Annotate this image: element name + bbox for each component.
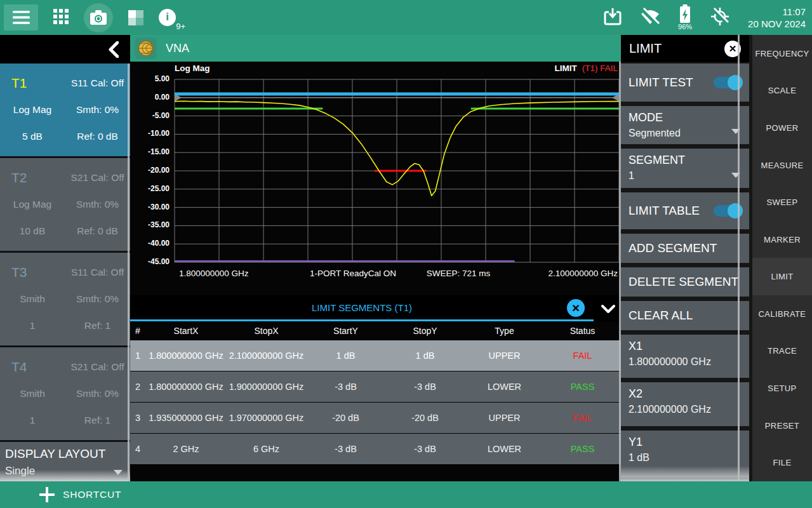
menu-item-file[interactable]: FILE: [752, 444, 812, 481]
vna-window: VNA Log Mag LIMIT(T1) FAIL 5.000.00-5.00…: [130, 35, 621, 481]
cell-stopx: 2.100000000 GHz: [227, 351, 306, 361]
x2-field[interactable]: X2 2.100000000 GHz: [621, 382, 749, 426]
windows-icon[interactable]: [128, 10, 143, 25]
measurement-plot[interactable]: [130, 77, 621, 266]
y1-label: Y1: [629, 431, 742, 449]
apps-grid-icon[interactable]: [53, 9, 69, 27]
menu-item-frequency[interactable]: FREQUENCY: [752, 35, 812, 72]
column-header-stopy: StopY: [385, 326, 465, 336]
menu-item-setup[interactable]: SETUP: [752, 370, 812, 407]
clock: 11:07 20 NOV 2024: [748, 6, 806, 30]
column-header-type: Type: [465, 326, 544, 336]
display-layout-card[interactable]: DISPLAY LAYOUT Single: [0, 442, 130, 481]
clear-all-button[interactable]: CLEAR ALL: [621, 301, 749, 330]
menu-item-scale[interactable]: SCALE: [752, 72, 812, 110]
close-table-icon[interactable]: ✕: [567, 299, 585, 317]
menu-item-power[interactable]: POWER: [752, 109, 812, 147]
trace-scale: 5 dB: [0, 131, 65, 142]
table-row[interactable]: 31.935000000 GHz1.970000000 GHz-20 dB-20…: [130, 403, 621, 433]
trace-card-T2[interactable]: T2S21 Cal: OffLog MagSmth: 0%10 dBRef: 0…: [0, 158, 130, 251]
status-bar: i 9+: [0, 0, 812, 35]
table-row[interactable]: 11.800000000 GHz2.100000000 GHz1 dB1 dBU…: [130, 340, 621, 371]
trace-param: S21 Cal: Off: [65, 172, 130, 184]
column-header-starty: StartY: [306, 326, 385, 336]
trace-card-T4[interactable]: T4S21 Cal: OffSmithSmth: 0%1Ref: 1: [0, 347, 130, 440]
smith-chart-icon: [135, 37, 157, 59]
mode-select[interactable]: MODE Segmented: [621, 106, 749, 144]
table-row[interactable]: 42 GHz6 GHz-3 dB-3 dBLOWERPASS: [130, 434, 621, 464]
limit-test-card[interactable]: LIMIT TEST: [621, 64, 749, 102]
cell-startx: 1.800000000 GHz: [145, 351, 227, 361]
menu-item-sweep[interactable]: SWEEP: [752, 184, 812, 221]
y-tick-label: -20.00: [130, 166, 170, 175]
segment-select[interactable]: SEGMENT 1: [621, 149, 749, 188]
menu-item-trace[interactable]: TRACE: [752, 333, 812, 370]
plus-icon: [39, 487, 55, 502]
trace-ref: Ref: 1: [65, 415, 130, 426]
cell-stopy: -20 dB: [385, 413, 465, 423]
start-frequency: 1.800000000 GHz: [179, 269, 249, 278]
y1-value: 1 dB: [629, 452, 742, 464]
collapse-table-button[interactable]: [599, 302, 618, 316]
x1-value: 1.800000000 GHz: [629, 356, 742, 368]
wifi-off-icon[interactable]: [640, 8, 660, 28]
trace-scale: 1: [0, 415, 65, 426]
menu-item-preset[interactable]: PRESET: [752, 407, 812, 444]
menu-item-limit[interactable]: LIMIT: [752, 258, 812, 295]
panel-scrollbar[interactable]: [738, 35, 740, 481]
menu-item-calibrate[interactable]: CALIBRATE: [752, 295, 812, 333]
info-icon[interactable]: i 9+: [159, 9, 176, 27]
chart-footer: 1.800000000 GHz 1-PORT ReadyCal ON SWEEP…: [130, 269, 621, 283]
vna-title-bar: VNA: [130, 35, 621, 62]
trace-id: T4: [0, 359, 65, 375]
cell-stopy: -3 dB: [385, 382, 465, 392]
cell-stopx: 6 GHz: [227, 444, 306, 454]
limit-fail-status: (T1) FAIL: [582, 64, 618, 73]
limit-table-body: 11.800000000 GHz2.100000000 GHz1 dB1 dBU…: [130, 340, 621, 465]
cell-stopx: 1.970000000 GHz: [227, 413, 306, 423]
trace-card-T3[interactable]: T3S11 Cal: OffSmithSmth: 0%1Ref: 1: [0, 253, 130, 345]
y-tick-label: -35.00: [130, 220, 170, 229]
trace-ref: Ref: 0 dB: [65, 225, 130, 237]
cell-startx: 1.935000000 GHz: [145, 413, 227, 423]
sidebar-collapse-button[interactable]: [0, 35, 130, 64]
cell-n: 1: [130, 351, 145, 361]
sidebar-scrollbar[interactable]: [128, 64, 130, 481]
limit-segments-title-bar: LIMIT SEGMENTS (T1) ✕: [130, 295, 621, 321]
time: 11:07: [748, 6, 806, 18]
save-screenshot-icon[interactable]: [603, 8, 622, 28]
cell-startx: 1.800000000 GHz: [145, 382, 227, 392]
limit-test-label: LIMIT TEST: [629, 76, 693, 90]
trace-smooth: Smth: 0%: [65, 199, 130, 210]
delete-segment-button[interactable]: DELETE SEGMENT: [621, 267, 749, 297]
shortcut-bar[interactable]: SHORTCUT: [0, 481, 812, 508]
battery-percent: 96%: [678, 23, 692, 30]
cell-status: PASS: [544, 382, 621, 392]
trace-format: Log Mag: [0, 199, 65, 210]
menu-icon[interactable]: [4, 4, 38, 30]
display-layout-label: DISPLAY LAYOUT: [0, 442, 130, 461]
trace-param: S11 Cal: Off: [65, 267, 130, 278]
trace-format: Log Mag: [0, 104, 65, 116]
menu-item-marker[interactable]: MARKER: [752, 221, 812, 258]
column-header-status: Status: [544, 326, 621, 336]
main-scrollbar[interactable]: [619, 62, 621, 481]
camera-icon[interactable]: [84, 3, 113, 32]
y1-field[interactable]: Y1 1 dB: [621, 431, 749, 478]
chevron-left-icon: [109, 41, 119, 58]
menu-item-measure[interactable]: MEASURE: [752, 147, 812, 184]
x1-field[interactable]: X1 1.800000000 GHz: [621, 335, 749, 378]
limit-table-card[interactable]: LIMIT TABLE: [621, 192, 749, 229]
y-tick-label: -30.00: [130, 203, 170, 211]
y-tick-label: -25.00: [130, 184, 170, 193]
gps-off-icon[interactable]: [710, 7, 730, 29]
x2-label: X2: [629, 382, 742, 401]
trace-card-T1[interactable]: T1S11 Cal: OffLog MagSmth: 0%5 dBRef: 0 …: [0, 64, 130, 156]
cell-type: UPPER: [465, 351, 544, 361]
table-row[interactable]: 21.800000000 GHz1.900000000 GHz-3 dB-3 d…: [130, 371, 621, 402]
add-segment-button[interactable]: ADD SEGMENT: [621, 234, 749, 263]
shortcut-label: SHORTCUT: [63, 489, 121, 500]
trace-id: T2: [0, 170, 65, 185]
cell-status: PASS: [544, 444, 621, 454]
battery-icon[interactable]: 96%: [678, 4, 692, 30]
